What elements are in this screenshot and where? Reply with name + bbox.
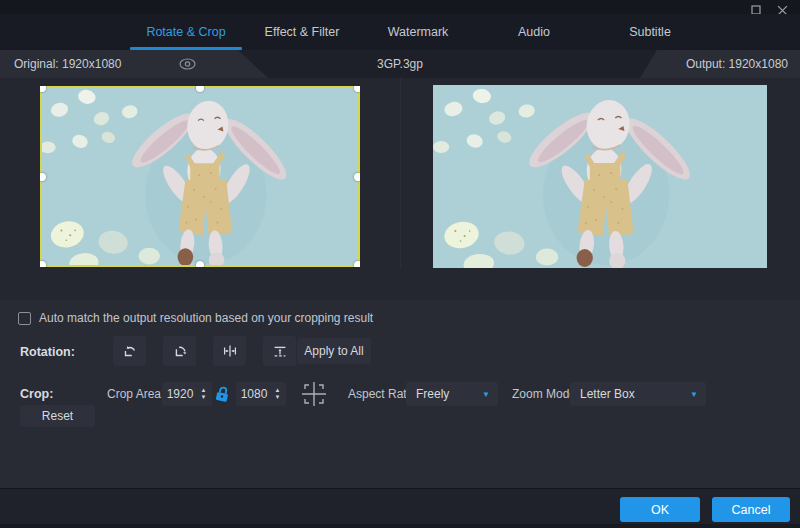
auto-match-label: Auto match the output resolution based o… xyxy=(39,311,373,325)
rotate-right-button[interactable] xyxy=(163,336,196,366)
crop-height-value[interactable]: 1080 xyxy=(236,387,272,401)
auto-match-checkbox[interactable] xyxy=(18,312,31,325)
tab-effect-filter[interactable]: Effect & Filter xyxy=(244,14,360,50)
original-video-frame xyxy=(40,86,360,267)
crop-width-field[interactable]: 1920 ▲ ▼ xyxy=(162,382,212,406)
aspect-ratio-value: Freely xyxy=(406,387,482,401)
rotate-left-icon xyxy=(121,342,139,360)
crop-label: Crop: xyxy=(20,387,53,401)
flip-horizontal-icon xyxy=(221,342,239,360)
preview-area: 00:00:06.05/00:00:23.11 xyxy=(0,78,800,300)
reset-button[interactable]: Reset xyxy=(20,405,95,427)
controls-panel: Auto match the output resolution based o… xyxy=(0,300,800,488)
flip-vertical-icon xyxy=(271,342,289,360)
zoom-mode-dropdown[interactable]: Letter Box ▼ xyxy=(570,382,706,406)
tab-label: Rotate & Crop xyxy=(146,25,225,39)
flip-horizontal-button[interactable] xyxy=(213,336,246,366)
cancel-label: Cancel xyxy=(732,503,771,517)
preview-header: Original: 1920x1080 3GP.3gp Output: 1920… xyxy=(0,50,800,78)
spin-down-icon[interactable]: ▼ xyxy=(275,395,281,400)
output-video-frame xyxy=(433,85,767,268)
tab-subtitle[interactable]: Subtitle xyxy=(592,14,708,50)
tab-audio[interactable]: Audio xyxy=(476,14,592,50)
footer-bar: OK Cancel xyxy=(0,488,800,528)
tab-watermark[interactable]: Watermark xyxy=(360,14,476,50)
ok-label: OK xyxy=(651,503,669,517)
auto-match-row: Auto match the output resolution based o… xyxy=(18,311,373,325)
chevron-down-icon: ▼ xyxy=(482,390,498,399)
cancel-button[interactable]: Cancel xyxy=(712,497,790,522)
tab-bar: Rotate & Crop Effect & Filter Watermark … xyxy=(0,14,800,50)
crop-width-value[interactable]: 1920 xyxy=(162,387,198,401)
ok-button[interactable]: OK xyxy=(620,497,700,522)
output-resolution-label: Output: 1920x1080 xyxy=(686,57,788,71)
flip-vertical-button[interactable] xyxy=(263,336,296,366)
tab-label: Effect & Filter xyxy=(265,25,340,39)
crop-height-spinner: ▲ ▼ xyxy=(272,388,286,400)
apply-to-all-label: Apply to All xyxy=(304,344,363,358)
tab-rotate-crop[interactable]: Rotate & Crop xyxy=(128,14,244,50)
spin-up-icon[interactable]: ▲ xyxy=(201,388,207,393)
zoom-mode-value: Letter Box xyxy=(570,387,690,401)
aspect-ratio-dropdown[interactable]: Freely ▼ xyxy=(406,382,498,406)
reset-label: Reset xyxy=(42,409,73,423)
rotation-label: Rotation: xyxy=(20,345,75,359)
apply-to-all-button[interactable]: Apply to All xyxy=(297,338,371,364)
tab-label: Audio xyxy=(518,25,550,39)
chevron-down-icon: ▼ xyxy=(690,390,706,399)
output-video-preview xyxy=(433,85,767,268)
tab-label: Subtitle xyxy=(629,25,671,39)
spin-up-icon[interactable]: ▲ xyxy=(275,388,281,393)
rotate-crop-dialog: Rotate & Crop Effect & Filter Watermark … xyxy=(0,0,800,528)
crop-height-field[interactable]: 1080 ▲ ▼ xyxy=(236,382,286,406)
tab-label: Watermark xyxy=(388,25,449,39)
rotate-right-icon xyxy=(171,342,189,360)
crop-area-label: Crop Area: xyxy=(107,387,164,401)
crop-width-spinner: ▲ ▼ xyxy=(198,388,212,400)
aspect-lock-icon[interactable] xyxy=(215,386,230,405)
spin-down-icon[interactable]: ▼ xyxy=(201,395,207,400)
output-resolution-tab: Output: 1920x1080 xyxy=(640,50,800,78)
original-video-preview[interactable] xyxy=(40,86,360,267)
rotate-left-button[interactable] xyxy=(113,336,146,366)
crop-center-icon[interactable] xyxy=(299,379,329,412)
